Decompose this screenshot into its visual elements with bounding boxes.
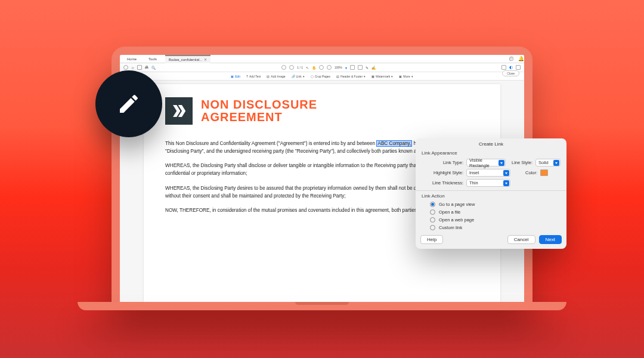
line-style-select[interactable]: Solid — [535, 159, 561, 166]
watermark-tool[interactable]: ▩ Watermark▾ — [371, 75, 393, 78]
line-thickness-select[interactable]: Thin — [466, 179, 510, 187]
menu-icon[interactable] — [123, 65, 128, 70]
highlight-style-label: Highlight Style: — [422, 170, 463, 175]
chevron-down-icon — [499, 160, 504, 166]
radio-open-file[interactable]: Open a file — [416, 208, 566, 216]
search-icon[interactable]: 🔍 — [151, 66, 156, 70]
link-appearance-label: Link Appearance — [416, 149, 566, 158]
zoom-out-icon[interactable] — [319, 65, 324, 70]
page-up-icon[interactable] — [281, 65, 286, 70]
more-icon[interactable] — [516, 65, 521, 70]
print-icon[interactable]: 🖶 — [145, 66, 148, 69]
add-text-tool[interactable]: T Add Text — [246, 75, 261, 78]
more-tool[interactable]: ▣ More▾ — [399, 75, 413, 78]
tab-file-label: Bodea_confidential... — [169, 58, 202, 61]
chevron-down-icon — [503, 170, 509, 176]
tab-home[interactable]: Home — [123, 55, 140, 63]
color-swatch[interactable] — [540, 169, 548, 176]
tab-bar: Home Tools Bodea_confidential... ✕ 💬 🔔 — [120, 55, 524, 63]
chevron-down-icon — [503, 180, 509, 186]
tab-file[interactable]: Bodea_confidential... ✕ — [165, 55, 210, 63]
edit-tool[interactable]: ▣ Edit — [231, 75, 240, 78]
link-type-select[interactable]: Visible Rectangle — [466, 159, 506, 166]
save-icon[interactable] — [137, 65, 142, 70]
radio-open-web[interactable]: Open a web page — [416, 216, 566, 224]
document-title: NON DISCLOSURE AGREEMENT — [201, 98, 317, 124]
selected-text[interactable]: ABC Company, — [376, 140, 412, 147]
chevron-down-icon — [553, 160, 559, 166]
page-view-icon[interactable] — [350, 65, 355, 70]
comment-icon[interactable] — [358, 65, 363, 70]
highlight-style-select[interactable]: Inset — [466, 169, 510, 177]
highlight-icon[interactable]: ✎ — [366, 66, 369, 70]
bell-icon[interactable]: 🔔 — [518, 56, 524, 61]
hand-icon[interactable]: ✋ — [312, 66, 316, 70]
cursor-icon[interactable]: ↖ — [306, 66, 309, 70]
chat-icon[interactable]: 💬 — [509, 57, 513, 61]
close-button[interactable]: Close — [502, 70, 519, 76]
dialog-title: Create Link — [416, 138, 566, 149]
radio-page-view[interactable]: Go to a page view — [416, 200, 566, 208]
radio-icon — [430, 217, 435, 223]
star-icon[interactable]: ☆ — [131, 66, 134, 70]
edit-toolbar: ▣ Edit T Add Text ▧ Add Image 🔗 Link▾ ▢ … — [120, 72, 524, 81]
main-toolbar: ☆ 🖶 🔍 1 / 1 ↖ ✋ 100% ▾ ✎ ✍ — [120, 63, 524, 72]
account-icon[interactable]: ◐ — [509, 65, 513, 70]
radio-custom[interactable]: Custom link — [416, 224, 566, 232]
page-indicator: 1 / 1 — [297, 66, 303, 69]
laptop-base — [78, 302, 566, 310]
edit-badge — [95, 70, 162, 137]
create-link-dialog: Create Link Link Appearance Link Type: V… — [416, 138, 566, 249]
pencil-icon — [117, 92, 141, 116]
add-image-tool[interactable]: ▧ Add Image — [267, 75, 285, 78]
radio-icon — [430, 202, 435, 207]
color-label: Color: — [513, 170, 537, 175]
zoom-level: 100% — [335, 66, 342, 69]
next-button[interactable]: Next — [539, 235, 562, 244]
radio-icon — [430, 209, 435, 215]
line-thickness-label: Line Thickness: — [422, 180, 463, 186]
link-action-label: Link Action — [416, 192, 566, 200]
cancel-button[interactable]: Cancel — [507, 235, 535, 244]
zoom-in-icon[interactable] — [327, 65, 332, 70]
radio-icon — [430, 225, 435, 230]
company-logo — [165, 97, 193, 125]
help-button[interactable]: Help — [420, 235, 443, 244]
link-tool[interactable]: 🔗 Link▾ — [292, 75, 305, 78]
tab-tools[interactable]: Tools — [145, 55, 160, 63]
sign-icon[interactable]: ✍ — [371, 66, 376, 70]
crop-tool[interactable]: ▢ Crop Pages — [311, 75, 330, 78]
share-icon[interactable] — [501, 65, 506, 70]
select-tool-icon[interactable]: ▾ — [345, 66, 347, 70]
page-down-icon[interactable] — [289, 65, 294, 70]
line-style-label: Line Style: — [509, 160, 532, 165]
link-type-label: Link Type: — [422, 160, 463, 165]
header-footer-tool[interactable]: ▤ Header & Footer▾ — [336, 75, 366, 78]
close-tab-icon[interactable]: ✕ — [204, 57, 207, 61]
